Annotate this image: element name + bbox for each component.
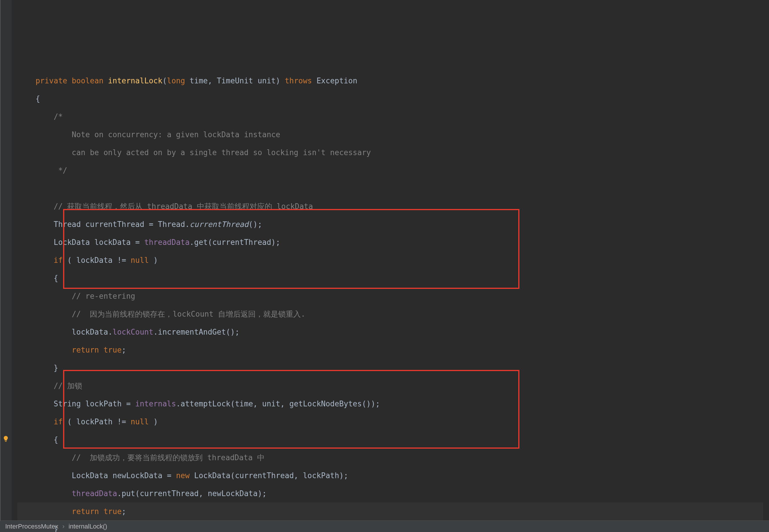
code-token-static-method: currentThread: [190, 220, 249, 229]
code-token-kw: return true: [72, 346, 122, 354]
code-token-kw: long: [167, 76, 190, 85]
code-token-field: internals: [135, 399, 176, 408]
code-token-default: .get(currentThread);: [190, 238, 280, 247]
code-line[interactable]: LockData lockData = threadData.get(curre…: [17, 233, 763, 251]
code-line[interactable]: LockData newLockData = new LockData(curr…: [17, 467, 763, 485]
code-token-comment: // 获取当前线程，然后从 threadData 中获取当前线程对应的 lock…: [54, 202, 313, 211]
code-line[interactable]: [17, 179, 763, 197]
editor-container: private boolean internalLock(long time, …: [0, 0, 769, 520]
code-line[interactable]: }: [17, 520, 763, 532]
code-line[interactable]: /*: [17, 108, 763, 126]
code-token-kw: private boolean: [36, 76, 108, 85]
code-line[interactable]: // re-entering: [17, 287, 763, 305]
code-line[interactable]: // 加锁: [17, 377, 763, 395]
code-token-default: ;: [122, 507, 126, 516]
code-line[interactable]: {: [17, 90, 763, 108]
code-line[interactable]: return true;: [17, 502, 763, 520]
code-token-default: {: [54, 274, 58, 282]
code-token-method-decl: internalLock: [108, 76, 162, 85]
code-token-default: lockData.: [72, 328, 113, 336]
code-line[interactable]: lockData.lockCount.incrementAndGet();: [17, 323, 763, 341]
code-token-field: threadData: [144, 238, 190, 247]
code-area[interactable]: private boolean internalLock(long time, …: [12, 0, 769, 520]
code-token-comment: // 因为当前线程的锁存在，lockCount 自增后返回，就是锁重入.: [72, 310, 305, 318]
code-line[interactable]: }: [17, 359, 763, 377]
fold-guide: [0, 0, 1, 521]
code-token-comment: // 加锁: [54, 381, 82, 390]
code-line[interactable]: return true;: [17, 341, 763, 359]
code-token-kw: null: [131, 256, 153, 265]
code-token-default: String lockPath =: [54, 399, 135, 408]
code-token-comment: /*: [54, 112, 63, 121]
code-token-kw: if: [54, 256, 67, 265]
code-token-kw: new: [176, 471, 194, 480]
code-token-comment: // 加锁成功，要将当前线程的锁放到 threadData 中: [72, 453, 265, 462]
code-token-default: Thread currentThread = Thread.: [54, 220, 190, 229]
code-line[interactable]: private boolean internalLock(long time, …: [17, 72, 763, 90]
code-token-kw: throws: [285, 76, 317, 85]
code-token-default: (: [162, 76, 167, 85]
code-token-default: LockData(currentThread, lockPath);: [194, 471, 348, 480]
editor-gutter[interactable]: [0, 0, 12, 520]
code-token-field: threadData: [72, 489, 117, 498]
code-token-default: .attemptLock(time, unit, getLockNodeByte…: [176, 399, 380, 408]
code-token-default: }: [54, 364, 58, 372]
code-line[interactable]: if ( lockPath != null ): [17, 413, 763, 431]
code-token-default: }: [54, 525, 58, 532]
code-token-default: .put(currentThread, newLockData);: [117, 489, 267, 498]
code-line[interactable]: if ( lockData != null ): [17, 251, 763, 269]
intention-bulb-icon[interactable]: [2, 435, 9, 442]
code-token-default: {: [54, 435, 58, 444]
code-token-kw: if: [54, 417, 67, 426]
code-line[interactable]: threadData.put(currentThread, newLockDat…: [17, 485, 763, 502]
code-token-kw: return true: [72, 507, 122, 516]
code-token-default: ): [153, 256, 158, 265]
code-line[interactable]: // 加锁成功，要将当前线程的锁放到 threadData 中: [17, 449, 763, 467]
code-line[interactable]: {: [17, 431, 763, 449]
code-token-comment: // re-entering: [72, 292, 135, 300]
code-line[interactable]: can be only acted on by a single thread …: [17, 144, 763, 162]
code-token-default: ();: [248, 220, 262, 229]
code-token-default: ): [153, 417, 158, 426]
code-line[interactable]: // 因为当前线程的锁存在，lockCount 自增后返回，就是锁重入.: [17, 305, 763, 323]
code-line[interactable]: {: [17, 269, 763, 287]
code-token-default: time, TimeUnit unit): [190, 76, 285, 85]
code-token-default: ( lockPath !=: [67, 417, 131, 426]
code-token-comment: Note on concurrency: a given lockData in…: [54, 130, 280, 139]
code-token-field: lockCount: [113, 328, 153, 336]
code-token-default: ;: [122, 346, 126, 354]
code-line[interactable]: Note on concurrency: a given lockData in…: [17, 126, 763, 144]
code-token-comment: can be only acted on by a single thread …: [54, 148, 371, 157]
code-token-default: Exception: [316, 76, 357, 85]
code-token-default: LockData newLockData =: [72, 471, 176, 480]
code-token-kw: null: [131, 417, 153, 426]
code-line[interactable]: */: [17, 162, 763, 179]
code-token-comment: */: [54, 166, 67, 175]
code-token-default: .incrementAndGet();: [153, 328, 239, 336]
code-line[interactable]: Thread currentThread = Thread.currentThr…: [17, 215, 763, 233]
code-token-default: ( lockData !=: [67, 256, 131, 265]
code-line[interactable]: // 获取当前线程，然后从 threadData 中获取当前线程对应的 lock…: [17, 197, 763, 215]
code-token-default: {: [36, 94, 40, 103]
code-token-default: LockData lockData =: [54, 238, 144, 247]
code-line[interactable]: String lockPath = internals.attemptLock(…: [17, 395, 763, 413]
